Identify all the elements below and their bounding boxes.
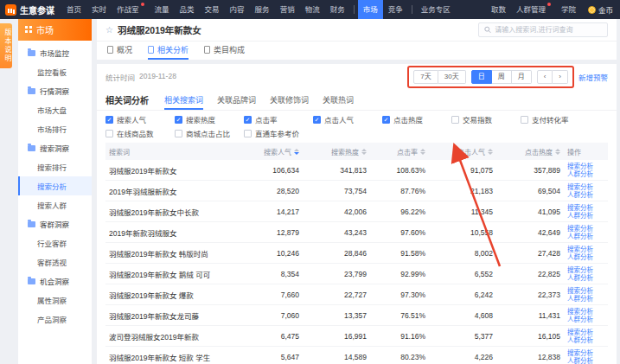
sidebar-item-9[interactable]: 客群洞察 bbox=[18, 214, 92, 233]
sidebar-item-11[interactable]: 客群透视 bbox=[18, 252, 92, 271]
nav-item-10[interactable]: 财务 bbox=[325, 0, 350, 19]
metric-5[interactable]: 交易指数 bbox=[451, 114, 521, 125]
checkbox-icon[interactable] bbox=[244, 116, 252, 124]
search-analysis-link[interactable]: 搜索分析 bbox=[567, 329, 604, 336]
tab-1[interactable]: 相关分析 bbox=[148, 44, 189, 60]
search-analysis-link[interactable]: 搜索分析 bbox=[567, 225, 604, 233]
nav-item-5[interactable]: 交易 bbox=[200, 0, 225, 19]
checkbox-icon[interactable] bbox=[451, 116, 459, 124]
tab-2[interactable]: 类目构成 bbox=[204, 44, 245, 60]
search-analysis-link[interactable]: 搜索分析 bbox=[567, 246, 604, 253]
search-analysis-link[interactable]: 搜索分析 bbox=[567, 204, 604, 212]
sidebar-item-10[interactable]: 行业客群 bbox=[18, 233, 92, 252]
crowd-analysis-link[interactable]: 人群分析 bbox=[567, 253, 604, 261]
sidebar-item-6[interactable]: 搜索排行 bbox=[18, 157, 92, 176]
search-input[interactable] bbox=[495, 26, 602, 34]
metric-4[interactable]: 点击热度 bbox=[382, 114, 451, 125]
next-period-button[interactable]: › bbox=[553, 70, 568, 84]
search-analysis-link[interactable]: 搜索分析 bbox=[567, 163, 604, 170]
date-quick-0[interactable]: 7天 bbox=[413, 70, 438, 84]
sidebar-item-0[interactable]: 市场监控 bbox=[18, 43, 92, 62]
metric-extra-2[interactable]: 直通车参考价 bbox=[244, 128, 313, 138]
nav-item-13[interactable]: 业务专区 bbox=[416, 0, 456, 19]
version-notes-tab[interactable]: 版本说明 bbox=[0, 23, 12, 68]
nav-item-8[interactable]: 营销 bbox=[275, 0, 300, 19]
date-unit-1[interactable]: 周 bbox=[492, 70, 512, 84]
nav-item-6[interactable]: 内容 bbox=[225, 0, 250, 19]
metric-3[interactable]: 点击人气 bbox=[313, 114, 382, 125]
sidebar-item-1[interactable]: 监控看板 bbox=[18, 62, 92, 81]
nav-right-item-2[interactable]: 学院 bbox=[556, 0, 581, 19]
checkbox-icon[interactable] bbox=[175, 116, 182, 124]
metric-1[interactable]: 搜索热度 bbox=[175, 114, 244, 125]
nav-item-9[interactable]: 物流 bbox=[300, 0, 325, 19]
checkbox-icon[interactable] bbox=[105, 130, 113, 137]
nav-item-4[interactable]: 品类 bbox=[175, 0, 200, 19]
search-analysis-link[interactable]: 搜索分析 bbox=[567, 349, 604, 357]
metric-6[interactable]: 支付转化率 bbox=[521, 114, 590, 125]
sidebar-item-3[interactable]: 市场大盘 bbox=[18, 100, 92, 119]
coin-indicator[interactable]: 金币 bbox=[588, 0, 613, 19]
prev-period-button[interactable]: ‹ bbox=[537, 70, 553, 84]
checkbox-icon[interactable] bbox=[382, 116, 390, 124]
crowd-analysis-link[interactable]: 人群分析 bbox=[567, 357, 604, 364]
checkbox-icon[interactable] bbox=[313, 116, 321, 124]
checkbox-icon[interactable] bbox=[521, 116, 528, 124]
nav-item-0[interactable]: 首页 bbox=[61, 0, 86, 19]
sidebar-item-2[interactable]: 行情洞察 bbox=[18, 81, 92, 100]
checkbox-icon[interactable] bbox=[175, 130, 182, 137]
crowd-analysis-link[interactable]: 人群分析 bbox=[567, 274, 604, 282]
tab-0[interactable]: 概况 bbox=[107, 44, 132, 60]
nav-item-11[interactable]: 市场 bbox=[358, 0, 383, 19]
search-analysis-link[interactable]: 搜索分析 bbox=[567, 308, 604, 316]
date-quick-1[interactable]: 30天 bbox=[438, 70, 466, 84]
folder-icon bbox=[28, 221, 35, 227]
metric-extra-0[interactable]: 在线商品数 bbox=[105, 128, 175, 138]
nav-item-12[interactable]: 竞争 bbox=[383, 0, 408, 19]
word-tab-3[interactable]: 关联热词 bbox=[323, 90, 354, 110]
tab-label: 概况 bbox=[117, 44, 132, 55]
column-header-4[interactable]: 点击人气 bbox=[429, 147, 496, 156]
keyword-search-box[interactable] bbox=[478, 22, 608, 37]
metric-2[interactable]: 点击率 bbox=[244, 114, 313, 125]
search-analysis-link[interactable]: 搜索分析 bbox=[567, 266, 604, 274]
nav-item-3[interactable]: 流量 bbox=[150, 0, 175, 19]
crowd-analysis-link[interactable]: 人群分析 bbox=[567, 316, 604, 323]
search-analysis-link[interactable]: 搜索分析 bbox=[567, 287, 604, 295]
column-header-1[interactable]: 搜索人气 bbox=[232, 147, 303, 156]
sidebar-item-12[interactable]: 机会洞察 bbox=[18, 271, 92, 291]
nav-right-item-0[interactable]: 取数 bbox=[486, 0, 511, 19]
nav-item-2[interactable]: 作战室 bbox=[112, 0, 150, 19]
crowd-analysis-link[interactable]: 人群分析 bbox=[567, 233, 604, 240]
nav-item-7[interactable]: 服务 bbox=[250, 0, 275, 19]
word-tab-0[interactable]: 相关搜索词 bbox=[164, 90, 203, 110]
checkbox-icon[interactable] bbox=[244, 130, 252, 137]
sidebar-item-14[interactable]: 产品洞察 bbox=[18, 310, 92, 329]
crowd-analysis-link[interactable]: 人群分析 bbox=[567, 212, 604, 220]
app-logo[interactable]: 生意参谋 bbox=[5, 0, 61, 19]
crowd-analysis-link[interactable]: 人群分析 bbox=[567, 336, 604, 344]
checkbox-icon[interactable] bbox=[105, 116, 113, 124]
new-alert-link[interactable]: 新增预警 bbox=[578, 72, 608, 82]
nav-right-item-1[interactable]: 人群管理 bbox=[511, 0, 556, 19]
column-header-3[interactable]: 点击率 bbox=[370, 147, 429, 156]
sidebar-item-4[interactable]: 市场排行 bbox=[18, 119, 92, 138]
crowd-analysis-link[interactable]: 人群分析 bbox=[567, 170, 604, 178]
word-tab-1[interactable]: 关联品牌词 bbox=[217, 90, 256, 110]
date-unit-0[interactable]: 日 bbox=[471, 70, 492, 84]
column-header-2[interactable]: 搜索热度 bbox=[303, 147, 370, 156]
sidebar-item-5[interactable]: 搜索洞察 bbox=[18, 138, 92, 157]
sidebar-item-8[interactable]: 搜索人群 bbox=[18, 195, 92, 214]
search-analysis-link[interactable]: 搜索分析 bbox=[567, 183, 604, 191]
word-tab-2[interactable]: 关联修饰词 bbox=[270, 90, 309, 110]
crowd-analysis-link[interactable]: 人群分析 bbox=[567, 191, 604, 199]
metric-0[interactable]: 搜索人气 bbox=[105, 114, 175, 125]
nav-item-1[interactable]: 实时 bbox=[86, 0, 112, 19]
column-header-5[interactable]: 点击热度 bbox=[496, 147, 564, 156]
sidebar-item-7[interactable]: 搜索分析 bbox=[18, 176, 92, 195]
star-icon[interactable] bbox=[105, 25, 113, 35]
sidebar-item-13[interactable]: 属性洞察 bbox=[18, 291, 92, 310]
date-unit-2[interactable]: 月 bbox=[512, 70, 532, 84]
crowd-analysis-link[interactable]: 人群分析 bbox=[567, 295, 604, 303]
metric-extra-1[interactable]: 商城点击占比 bbox=[175, 128, 244, 138]
